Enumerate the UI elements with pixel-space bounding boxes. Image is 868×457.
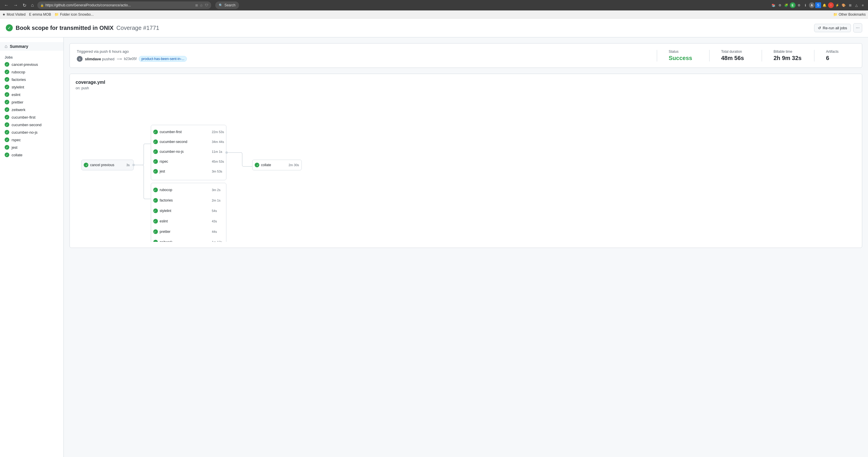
ext-grid2[interactable]: ⊞	[847, 2, 853, 8]
job-item-rspec[interactable]: ✓ rspec	[0, 136, 63, 144]
branch-badge[interactable]: product-has-been-sent-in-...	[139, 56, 187, 62]
svg-text:✓: ✓	[154, 199, 156, 202]
ext-star2[interactable]: ⚡	[834, 2, 840, 8]
job-item-eslint[interactable]: ✓ eslint	[0, 91, 63, 98]
bookmark-folder[interactable]: 📁 Folder icon Snowbo...	[55, 12, 94, 17]
forward-button[interactable]: →	[11, 2, 20, 9]
svg-text:✓: ✓	[154, 150, 156, 153]
svg-text:✓: ✓	[154, 231, 156, 233]
job-item-jest[interactable]: ✓ jest	[0, 144, 63, 151]
ext-palette[interactable]: 🎨	[841, 2, 846, 8]
svg-text:34m 44s: 34m 44s	[212, 140, 224, 144]
ext-notify[interactable]: 🔔	[822, 2, 828, 8]
home-button[interactable]: ⌂	[29, 2, 36, 9]
more-icon: ···	[856, 25, 860, 30]
job-rubocop[interactable]: rubocop	[160, 188, 173, 192]
job-item-cancel-previous[interactable]: ✓ cancel-previous	[0, 61, 63, 68]
cancel-previous-node[interactable]: ✓ cancel previous 3s	[82, 160, 133, 170]
job-eslint[interactable]: eslint	[160, 219, 168, 223]
nav-buttons: ← → ↻ ⌂	[2, 2, 36, 9]
summary-label: Summary	[10, 44, 28, 49]
svg-text:44s: 44s	[212, 230, 217, 233]
more-options-button[interactable]: ···	[853, 23, 862, 32]
main-content: Triggered via push 6 hours ago s slimdav…	[64, 37, 868, 457]
ext-triangle[interactable]: △	[854, 2, 859, 8]
ext-puzzle[interactable]: 🧩	[783, 2, 789, 8]
svg-text:✓: ✓	[154, 141, 156, 144]
home-icon: ⌂	[5, 44, 7, 49]
job-item-cucumber-no-js[interactable]: ✓ cucumber-no-js	[0, 128, 63, 136]
ext-a[interactable]: A	[809, 2, 815, 8]
grid-icon: ⊞	[195, 3, 198, 7]
search-bar[interactable]: 🔍 Search	[215, 1, 239, 9]
job-item-zeitwerk[interactable]: ✓ zeitwerk	[0, 106, 63, 113]
ext-red[interactable]: !	[828, 2, 834, 8]
svg-text:collate: collate	[261, 163, 271, 167]
job-cucumber-second[interactable]: cucumber-second	[160, 140, 187, 144]
job-item-factories[interactable]: ✓ factories	[0, 76, 63, 83]
ext-s[interactable]: S	[815, 2, 821, 8]
pushed-label: pushed	[102, 57, 115, 61]
url-text: https://github.com/GeneralProducts/conso…	[45, 3, 193, 7]
content-area: ⌂ Summary Jobs ✓ cancel-previous ✓ ruboc…	[0, 37, 868, 457]
trigger-info: Triggered via push 6 hours ago s slimdav…	[77, 49, 645, 62]
success-dot: ✓	[5, 77, 9, 82]
svg-text:11m 1s: 11m 1s	[212, 150, 222, 153]
bookmark-emma-mob[interactable]: E emma MOB	[29, 12, 51, 17]
back-button[interactable]: ←	[2, 2, 10, 9]
status-label: Status	[669, 50, 698, 54]
job-name: zeitwerk	[11, 108, 26, 112]
job-zeitwerk[interactable]: zeitwerk	[160, 240, 173, 242]
search-icon: 🔍	[219, 3, 223, 7]
page: ✓ Book scope for transmitted in ONIX Cov…	[0, 19, 868, 457]
rerun-all-jobs-button[interactable]: ↺ Re-run all jobs	[814, 24, 851, 32]
status-stat: Status Success	[669, 50, 698, 61]
job-item-rubocop[interactable]: ✓ rubocop	[0, 68, 63, 76]
page-header: ✓ Book scope for transmitted in ONIX Cov…	[0, 19, 868, 37]
billable-value: 2h 9m 32s	[774, 55, 803, 61]
ext-library[interactable]: 📚	[771, 2, 776, 8]
job-factories[interactable]: factories	[160, 198, 173, 202]
ext-circle-e[interactable]: E	[790, 2, 796, 8]
svg-text:✓: ✓	[154, 131, 156, 134]
page-title-area: ✓ Book scope for transmitted in ONIX Cov…	[6, 24, 814, 31]
job-item-collate[interactable]: ✓ collate	[0, 151, 63, 159]
shield-icon: 🛡	[205, 3, 208, 7]
refresh-button[interactable]: ↻	[21, 2, 28, 9]
success-icon: ✓	[6, 24, 13, 31]
commit-icon: ⟶	[117, 57, 122, 61]
bookmark-most-visited[interactable]: ★ Most Visited	[2, 12, 26, 17]
job-cucumber-no-js[interactable]: cucumber-no-js	[160, 150, 184, 154]
sidebar-item-summary[interactable]: ⌂ Summary	[0, 42, 63, 51]
collate-node[interactable]: ✓ collate 2m 30s	[252, 160, 302, 170]
job-item-stylelint[interactable]: ✓ stylelint	[0, 83, 63, 91]
avatar: s	[77, 56, 83, 62]
job-name: rubocop	[11, 70, 25, 74]
job-prettier[interactable]: prettier	[160, 230, 170, 234]
trigger-commit: s slimdave pushed ⟶ b23e05f product-has-…	[77, 56, 645, 62]
job-item-cucumber-second[interactable]: ✓ cucumber-second	[0, 121, 63, 128]
billable-stat: Billable time 2h 9m 32s	[774, 50, 803, 61]
ext-settings2[interactable]: ⚙	[796, 2, 802, 8]
job-stylelint[interactable]: stylelint	[160, 209, 172, 213]
ext-gear[interactable]: ⚙	[777, 2, 783, 8]
job-name: stylelint	[11, 85, 24, 89]
svg-text:3m 53s: 3m 53s	[212, 170, 222, 173]
success-dot: ✓	[5, 85, 9, 89]
job-name: cucumber-second	[11, 123, 41, 127]
duration-stat: Total duration 48m 56s	[721, 50, 750, 61]
rerun-label: Re-run all jobs	[823, 26, 847, 30]
job-item-cucumber-first[interactable]: ✓ cucumber-first	[0, 113, 63, 121]
ext-menu[interactable]: ≡	[860, 2, 866, 8]
bookmarks-folder-icon: 📁	[833, 12, 838, 17]
stat-divider-2	[709, 50, 710, 61]
other-bookmarks[interactable]: 📁 Other Bookmarks	[833, 12, 866, 17]
job-name: cancel-previous	[11, 62, 38, 67]
billable-label: Billable time	[774, 50, 803, 54]
job-rspec[interactable]: rspec	[160, 160, 168, 164]
ext-info[interactable]: ℹ	[803, 2, 808, 8]
job-jest[interactable]: jest	[159, 169, 165, 173]
address-bar[interactable]: 🔒 https://github.com/GeneralProducts/con…	[37, 1, 211, 9]
job-cucumber-first[interactable]: cucumber-first	[160, 130, 182, 134]
job-item-prettier[interactable]: ✓ prettier	[0, 98, 63, 106]
